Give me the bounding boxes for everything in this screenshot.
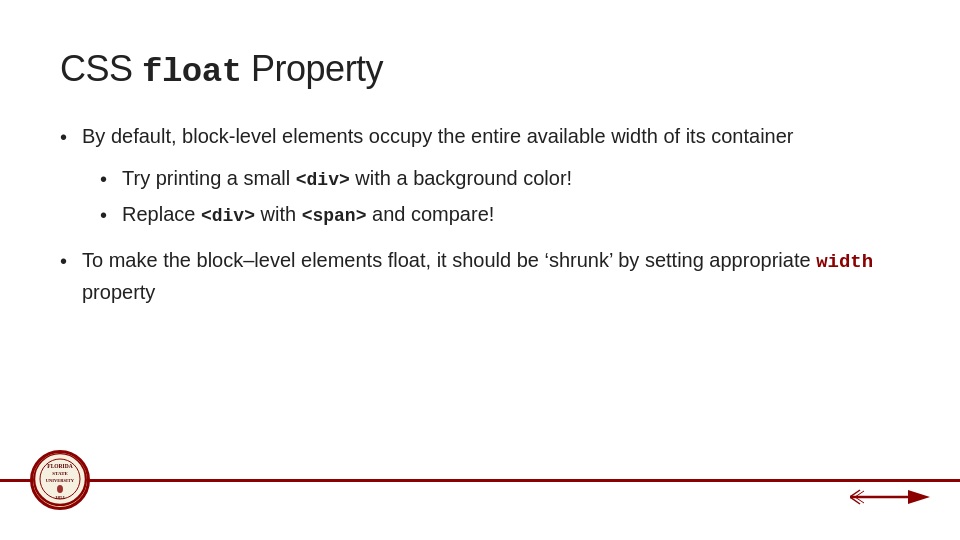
bullet-2-text: To make the block–level elements float, … xyxy=(82,245,900,308)
bullet-1-1-text-before: Try printing a small xyxy=(122,167,296,189)
bullet-1-1: • Try printing a small <div> with a back… xyxy=(100,163,900,195)
svg-text:UNIVERSITY: UNIVERSITY xyxy=(46,478,75,483)
bullet-1-2-text: Replace <div> with <span> and compare! xyxy=(122,199,494,231)
bullet-1-2-text-before: Replace xyxy=(122,203,201,225)
bullet-1-dot: • xyxy=(60,121,82,153)
title-code: float xyxy=(142,53,242,91)
bullet-1-2-code2: <span> xyxy=(302,206,367,226)
svg-marker-1 xyxy=(908,490,930,504)
svg-text:STATE: STATE xyxy=(52,471,68,476)
slide-title: CSS float Property xyxy=(60,48,900,91)
bullet-2-code: width xyxy=(816,251,873,273)
bullet-1-2: • Replace <div> with <span> and compare! xyxy=(100,199,900,231)
arrow-svg xyxy=(850,482,930,512)
bullet-1-1-text-after: with a background color! xyxy=(350,167,572,189)
slide-content: • By default, block-level elements occup… xyxy=(60,121,900,308)
bullet-1: • By default, block-level elements occup… xyxy=(60,121,900,153)
bullet-2-text-before: To make the block–level elements float, … xyxy=(82,249,816,271)
bullet-2-text-after: property xyxy=(82,281,155,303)
title-suffix: Property xyxy=(242,48,384,89)
bullet-1-2-dot: • xyxy=(100,199,122,231)
fsu-seal-text: FLORIDA STATE UNIVERSITY 1851 xyxy=(31,450,89,510)
bullet-1-2-text-after: and compare! xyxy=(366,203,494,225)
bullet-1-1-code: <div> xyxy=(296,170,350,190)
fsu-seal: FLORIDA STATE UNIVERSITY 1851 xyxy=(30,450,90,510)
bullet-1-1-dot: • xyxy=(100,163,122,195)
bottom-bar xyxy=(0,479,960,482)
bullet-1-2-code1: <div> xyxy=(201,206,255,226)
svg-text:1851: 1851 xyxy=(55,495,66,500)
bullet-1-1-text: Try printing a small <div> with a backgr… xyxy=(122,163,572,195)
bullet-2: • To make the block–level elements float… xyxy=(60,245,900,308)
bullet-1-2-text-middle: with xyxy=(255,203,302,225)
svg-text:FLORIDA: FLORIDA xyxy=(47,463,72,469)
arrow-decoration xyxy=(850,482,930,512)
bullet-1-text: By default, block-level elements occupy … xyxy=(82,121,794,152)
title-prefix: CSS xyxy=(60,48,142,89)
fsu-logo: FLORIDA STATE UNIVERSITY 1851 xyxy=(30,450,90,510)
slide: CSS float Property • By default, block-l… xyxy=(0,0,960,540)
bullet-2-dot: • xyxy=(60,245,82,277)
svg-point-11 xyxy=(57,485,63,493)
